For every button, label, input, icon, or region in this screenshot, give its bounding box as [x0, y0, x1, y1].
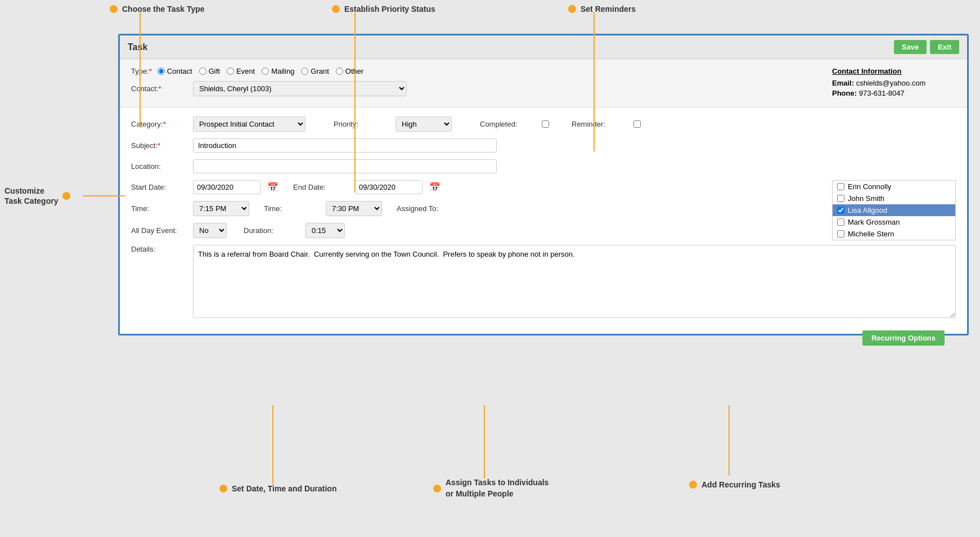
annotation-label-set-date: Set Date, Time and Duration	[232, 484, 336, 493]
radio-event[interactable]: Event	[227, 67, 255, 75]
task-form-container: Task Save Exit Type:* Contact	[118, 34, 969, 335]
start-date-label: Start Date:	[131, 183, 187, 191]
assignee-erin-connolly[interactable]: Erin Connolly	[833, 181, 955, 193]
category-select[interactable]: Prospect Initial Contact Follow Up Meeti…	[193, 117, 305, 132]
assignee-john-smith[interactable]: John Smith	[833, 193, 955, 204]
vline-set-date	[272, 405, 273, 484]
duration-label: Duration:	[244, 226, 300, 235]
email-value: cshields@yahoo.com	[856, 79, 926, 87]
location-input[interactable]	[193, 159, 497, 173]
priority-select[interactable]: High Medium Low	[395, 117, 452, 132]
assignee-michelle-stern[interactable]: Michelle Stern	[833, 228, 955, 240]
assignee-name-mark: Mark Grossman	[848, 218, 900, 226]
radio-label-contact: Contact	[167, 67, 192, 75]
assignee-checkbox-john[interactable]	[837, 195, 844, 202]
assignee-section: Erin Connolly John Smith Lisa Allgood	[832, 180, 956, 240]
radio-mailing[interactable]: Mailing	[262, 67, 294, 75]
radio-input-gift[interactable]	[199, 68, 206, 75]
type-row: Type:* Contact Gift Event	[131, 67, 810, 75]
radio-input-grant[interactable]	[301, 68, 308, 75]
annotation-choose-task: Choose the Task Type	[110, 5, 205, 14]
contact-info-panel: Contact Information Email: cshields@yaho…	[832, 67, 956, 99]
location-row: Location:	[131, 159, 956, 173]
priority-label-text: Priority:	[334, 120, 390, 128]
all-day-select[interactable]: No Yes	[193, 223, 227, 238]
assignee-checkbox-mark[interactable]	[837, 218, 844, 226]
radio-gift[interactable]: Gift	[199, 67, 220, 75]
annotation-establish-priority: Establish Priority Status	[332, 5, 435, 14]
radio-input-mailing[interactable]	[262, 68, 269, 75]
subject-label: Subject:*	[131, 141, 187, 150]
subject-input[interactable]	[193, 138, 497, 153]
reminder-checkbox[interactable]	[633, 120, 641, 128]
save-button[interactable]: Save	[894, 40, 927, 54]
completed-checkbox[interactable]	[542, 120, 549, 128]
contact-info-title: Contact Information	[832, 67, 956, 75]
contact-select[interactable]: Shields, Cheryl (1003)	[193, 81, 407, 96]
assignee-checkbox-lisa[interactable]	[837, 207, 844, 214]
date-assigned-section: Start Date: 📅 End Date: 📅 Time: 7:15 PM …	[131, 180, 956, 245]
annotation-label-assign-tasks: Assign Tasks to Individualsor Multiple P…	[446, 477, 549, 499]
start-time-label: Time:	[131, 204, 187, 213]
vline-set-reminders	[594, 12, 595, 151]
subject-row: Subject:*	[131, 138, 956, 153]
annotation-dot-choose-task	[110, 5, 118, 13]
radio-other[interactable]: Other	[336, 67, 364, 75]
end-date-input[interactable]	[355, 180, 422, 194]
assignee-lisa-allgood[interactable]: Lisa Allgood	[833, 204, 955, 216]
header-buttons: Save Exit	[894, 40, 959, 54]
radio-input-contact[interactable]	[158, 68, 165, 75]
completed-label: Completed:	[480, 120, 536, 128]
exit-button[interactable]: Exit	[930, 40, 959, 54]
radio-input-other[interactable]	[336, 68, 343, 75]
annotation-label-choose-task: Choose the Task Type	[122, 5, 205, 14]
phone-value: 973-631-8047	[859, 89, 905, 97]
assignee-name-lisa: Lisa Allgood	[848, 206, 887, 214]
radio-grant[interactable]: Grant	[301, 67, 329, 75]
end-date-calendar-icon[interactable]: 📅	[429, 182, 440, 193]
assignee-checkbox-erin[interactable]	[837, 183, 844, 190]
task-header: Task Save Exit	[120, 35, 967, 59]
assignee-name-erin: Erin Connolly	[848, 182, 891, 191]
vline-establish-priority	[354, 12, 356, 193]
end-date-label: End Date:	[293, 183, 349, 191]
form-body: Category:* Prospect Initial Contact Foll…	[120, 108, 967, 334]
details-row: Details: This is a referral from Board C…	[131, 245, 956, 318]
assignee-checkbox-michelle[interactable]	[837, 230, 844, 238]
radio-label-gift: Gift	[209, 67, 220, 75]
vline-choose-task	[140, 12, 141, 128]
duration-select[interactable]: 0:15 0:30 0:45 1:00	[305, 223, 345, 238]
annotation-set-date: Set Date, Time and Duration	[219, 484, 336, 493]
radio-input-event[interactable]	[227, 68, 234, 75]
radio-contact[interactable]: Contact	[158, 67, 192, 75]
end-time-select[interactable]: 7:30 PM 7:45 PM	[326, 201, 382, 216]
contact-info-phone-row: Phone: 973-631-8047	[832, 89, 956, 97]
start-end-date-row: Start Date: 📅 End Date: 📅	[131, 180, 826, 194]
phone-label: Phone:	[832, 89, 857, 97]
start-date-input[interactable]	[193, 180, 260, 194]
date-time-section: Start Date: 📅 End Date: 📅 Time: 7:15 PM …	[131, 180, 826, 245]
all-day-label: All Day Event:	[131, 226, 187, 235]
location-label: Location:	[131, 162, 187, 171]
annotation-label-customize: CustomizeTask Category	[5, 186, 58, 206]
annotation-recurring: Add Recurring Tasks	[689, 480, 780, 489]
radio-label-event: Event	[236, 67, 255, 75]
start-time-select[interactable]: 7:15 PM 7:30 PM 7:45 PM	[193, 201, 249, 216]
annotation-customize-task: CustomizeTask Category	[5, 186, 70, 206]
annotation-set-reminders: Set Reminders	[568, 5, 636, 14]
start-end-time-row: Time: 7:15 PM 7:30 PM 7:45 PM Time: 7:30…	[131, 201, 826, 216]
details-textarea[interactable]: This is a referral from Board Chair. Cur…	[193, 245, 956, 318]
assigned-to-label: Assigned To:	[397, 204, 453, 213]
contact-row: Contact:* Shields, Cheryl (1003)	[131, 81, 810, 96]
vline-recurring	[729, 405, 730, 476]
annotation-dot-establish-priority	[332, 5, 340, 13]
assignee-list: Erin Connolly John Smith Lisa Allgood	[832, 180, 956, 240]
contact-section: Type:* Contact Gift Event	[120, 59, 967, 108]
annotation-label-establish-priority: Establish Priority Status	[344, 5, 435, 14]
assignee-mark-grossman[interactable]: Mark Grossman	[833, 216, 955, 228]
annotation-label-recurring: Add Recurring Tasks	[702, 480, 780, 489]
recurring-options-button[interactable]: Recurring Options	[862, 330, 945, 346]
annotation-assign-tasks: Assign Tasks to Individualsor Multiple P…	[433, 477, 549, 499]
start-date-calendar-icon[interactable]: 📅	[267, 182, 278, 193]
annotation-dot-customize	[62, 192, 70, 200]
